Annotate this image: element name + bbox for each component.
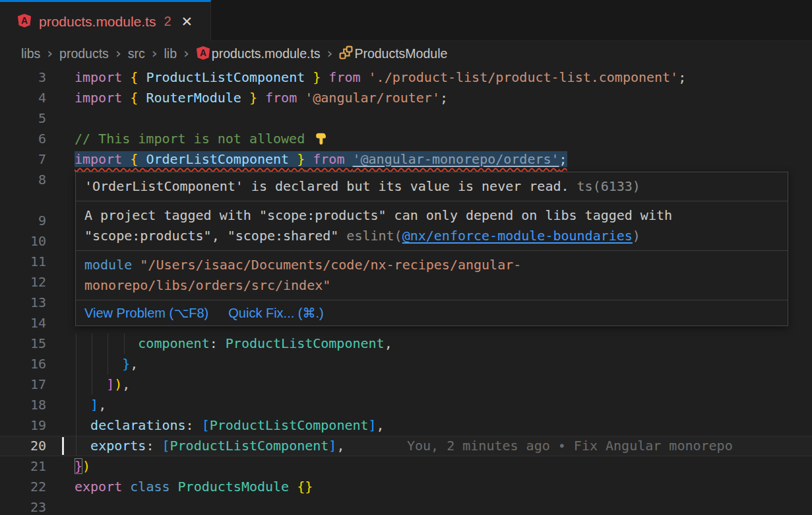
breadcrumb: libs›products›src›lib› A products.module… (0, 41, 812, 67)
code-token: ProductListComponent (170, 438, 329, 454)
line-number: 6 (0, 129, 66, 149)
code-line-16[interactable]: 16 }, (0, 354, 812, 374)
code-line-3[interactable]: 3import { ProductListComponent } from '.… (0, 67, 812, 88)
selected-error-line: import { OrderListComponent } from '@ang… (75, 151, 567, 167)
code-token: : (146, 438, 162, 454)
code-line-20[interactable]: 20 exports: [ProductListComponent],You, … (0, 436, 812, 456)
code-token: } (305, 69, 321, 85)
code-token: , (98, 397, 106, 413)
rule-link[interactable]: @nx/enforce-module-boundaries (402, 228, 633, 244)
indent-guide (108, 333, 108, 374)
line-number: 4 (0, 88, 66, 108)
breadcrumb-item-libs[interactable]: libs (21, 46, 40, 61)
line-number: 12 (0, 272, 66, 292)
code-token: , (130, 356, 138, 372)
code-token: ProductsModule (178, 479, 297, 495)
code-line-23[interactable]: 23 (0, 497, 812, 515)
code-line-18[interactable]: 18 ], (0, 395, 812, 415)
breadcrumb-item-symbol[interactable]: ProductsModule (354, 46, 447, 61)
code-token: { (130, 69, 146, 85)
code-token: import (75, 90, 130, 106)
code-token: // This import is not allowed (75, 131, 313, 147)
hover-message-line: monorepo/libs/orders/src/index" (84, 275, 779, 296)
code-token: } (75, 458, 82, 474)
close-icon[interactable]: ✕ (181, 14, 193, 30)
code-token: ; (559, 151, 567, 167)
code-token: RouterModule (146, 90, 241, 106)
line-number: 3 (0, 67, 66, 88)
code-token: { (130, 90, 146, 106)
line-number: 20 (0, 436, 66, 456)
code-token: '@angular/router' (305, 90, 440, 106)
code-token: import (75, 151, 130, 167)
code-token: from (305, 151, 352, 167)
breadcrumb-item-file[interactable]: products.module.ts (212, 46, 321, 61)
breadcrumb-separator: › (47, 45, 53, 61)
hover-actions: View Problem (⌥F8)Quick Fix... (⌘.) (76, 300, 788, 326)
code-token: "scope:products", "scope:shared" (84, 228, 346, 244)
code-token: ) (114, 376, 122, 392)
view-problem-action[interactable]: View Problem (⌥F8) (84, 305, 208, 321)
code-line-6[interactable]: 6// This import is not allowed (0, 129, 812, 149)
line-number: 19 (0, 415, 66, 436)
svg-text:A: A (200, 48, 206, 58)
code-line-21[interactable]: 21}) (0, 456, 812, 477)
code-token: ProductListComponent (210, 417, 369, 433)
hover-sections: 'OrderListComponent' is declared but its… (76, 172, 788, 300)
hover-message-line: 'OrderListComponent' is declared but its… (84, 176, 779, 197)
code-token: import (75, 69, 130, 85)
breadcrumb-item-products[interactable]: products (59, 46, 109, 61)
code-token: , (336, 438, 344, 454)
line-number: 16 (0, 354, 66, 374)
breadcrumb-item-src[interactable]: src (128, 46, 145, 61)
code-token (75, 356, 122, 372)
angular-logo-icon: A (196, 46, 210, 60)
code-token: 'OrderListComponent' is declared but its… (84, 178, 569, 194)
quick-fix-action[interactable]: Quick Fix... (⌘.) (228, 305, 323, 321)
tab-products-module[interactable]: A products.module.ts 2 ✕ (0, 0, 211, 41)
code-token: [ (162, 438, 170, 454)
code-token: exports (90, 438, 146, 454)
code-token: eslint( (346, 228, 402, 244)
code-line-15[interactable]: 15 component: ProductListComponent, (0, 333, 812, 354)
code-token (75, 376, 106, 392)
code-token: ) (633, 228, 640, 244)
breadcrumb-separator: › (327, 45, 333, 61)
error-hover-popup: 'OrderListComponent' is declared but its… (75, 172, 788, 326)
code-line-4[interactable]: 4import { RouterModule } from '@angular/… (0, 88, 812, 108)
code-token: from (321, 69, 368, 85)
breadcrumb-separator: › (115, 45, 121, 61)
code-token: class (130, 479, 177, 495)
line-number: 22 (0, 477, 66, 497)
breadcrumb-separator: › (183, 45, 189, 61)
breadcrumb-separator: › (152, 45, 158, 61)
code-token: : (210, 335, 226, 351)
code-token: { (130, 151, 146, 167)
code-token: '@angular-monorepo/orders' (352, 151, 559, 167)
code-token: from (257, 90, 305, 106)
line-number: 8 (0, 170, 66, 190)
hover-section-1: 'OrderListComponent' is declared but its… (76, 172, 788, 201)
hover-message-line: A project tagged with "scope:products" c… (84, 205, 779, 226)
code-line-7[interactable]: 7import { OrderListComponent } from '@an… (0, 149, 812, 170)
breadcrumb-item-lib[interactable]: lib (164, 46, 177, 61)
code-token: ts(6133) (569, 178, 640, 194)
line-number: 10 (0, 231, 66, 252)
indent-guide (124, 333, 125, 354)
git-blame-annotation: You, 2 minutes ago • Fix Angular monorep… (407, 436, 733, 456)
code-line-5[interactable]: 5 (0, 108, 812, 129)
code-line-19[interactable]: 19 declarations: [ProductListComponent], (0, 415, 812, 436)
tab-title: products.module.ts (39, 14, 156, 30)
code-token: OrderListComponent (146, 151, 289, 167)
code-token: } (241, 90, 257, 106)
code-token: ] (90, 397, 98, 413)
line-number: 9 (0, 211, 66, 231)
line-number: 11 (0, 252, 66, 272)
code-token: "/Users/isaac/Documents/code/nx-recipes/… (140, 257, 521, 273)
svg-text:A: A (21, 16, 28, 26)
code-line-17[interactable]: 17 ]), (0, 374, 812, 395)
tab-bar: A products.module.ts 2 ✕ (0, 0, 812, 41)
code-line-22[interactable]: 22export class ProductsModule {} (0, 477, 812, 497)
hover-message-line: "scope:products", "scope:shared" eslint(… (84, 226, 779, 246)
code-token: module (84, 257, 140, 273)
